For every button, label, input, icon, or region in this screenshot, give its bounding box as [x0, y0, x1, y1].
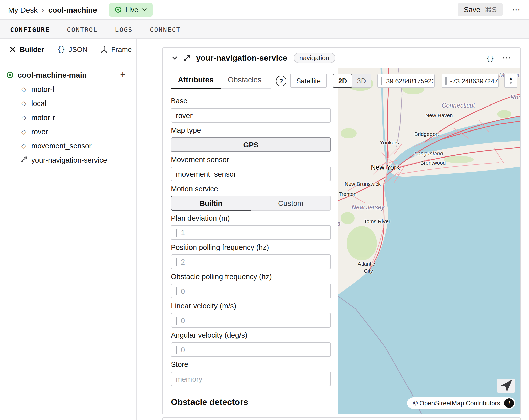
field-label: Map type	[171, 126, 331, 135]
map-label: Atlantic	[358, 260, 375, 267]
attribution-text[interactable]: © OpenStreetMap Contributors	[413, 400, 500, 407]
help-icon[interactable]: ?	[276, 76, 286, 86]
map-label: Toms River	[364, 218, 390, 224]
save-label: Save	[464, 6, 480, 14]
map-attribution: © OpenStreetMap Contributors i	[407, 397, 515, 409]
card-more-menu[interactable]: ⋯	[502, 52, 511, 63]
sidebar-item-local[interactable]: ◇ local	[0, 96, 136, 111]
add-component-button[interactable]: +	[120, 70, 125, 79]
component-icon: ◇	[19, 100, 28, 107]
field-label: Angular velocity (deg/s)	[171, 331, 331, 340]
chevron-down-icon	[142, 8, 147, 11]
view-json-icon[interactable]: {}	[486, 54, 494, 62]
map-2d-button[interactable]: 2D	[333, 74, 352, 88]
drag-handle[interactable]	[176, 346, 177, 354]
drag-handle[interactable]	[176, 258, 177, 266]
live-status-dropdown[interactable]: Live	[109, 3, 152, 16]
linear-velocity-input[interactable]: 0	[171, 313, 331, 328]
breadcrumb-separator: ›	[42, 5, 44, 14]
live-target-icon	[115, 6, 122, 13]
store-placeholder: memory	[176, 375, 202, 383]
navigation-map[interactable]: MassacRhodConnecticutNew HavenBridgeport…	[338, 68, 520, 414]
map-label: ia	[338, 220, 340, 227]
plan-deviation-input[interactable]: 1	[171, 225, 331, 240]
latitude-value: 39.62848175923	[386, 77, 435, 85]
map-label: Trenton	[339, 191, 357, 197]
sidebar-item-rover[interactable]: ◇ rover	[0, 125, 136, 139]
mode-json[interactable]: {} JSON	[57, 45, 87, 53]
builtin-option[interactable]: Builtin	[171, 196, 251, 211]
header-more-menu[interactable]: ⋯	[512, 4, 521, 15]
collapse-chevron-icon[interactable]	[172, 56, 177, 60]
field-label: Base	[171, 96, 331, 106]
tree-item-label: motor-l	[31, 85, 54, 93]
satellite-toggle-button[interactable]: Satellite	[290, 74, 327, 88]
linear-velocity-value: 0	[181, 316, 185, 324]
info-icon[interactable]: i	[504, 398, 514, 408]
sidebar-item-motor-l[interactable]: ◇ motor-l	[0, 82, 136, 96]
base-value: rover	[176, 111, 193, 119]
obstacle-polling-input[interactable]: 0	[171, 284, 331, 298]
store-input[interactable]: memory	[171, 372, 331, 386]
tab-logs[interactable]: LOGS	[115, 25, 133, 33]
field-store: Store memory	[171, 360, 331, 386]
attributes-form: Base rover Map type GPS Movement sensor …	[171, 96, 331, 407]
drag-handle[interactable]	[381, 77, 382, 85]
base-input[interactable]: rover	[171, 108, 331, 123]
tree-item-label: motor-r	[31, 114, 55, 122]
map-label: New Jersey	[352, 204, 385, 211]
drag-handle[interactable]	[445, 77, 447, 85]
longitude-value: -73.2486397247	[450, 77, 498, 85]
map-label: Bridgeport	[414, 131, 439, 137]
drag-handle[interactable]	[176, 228, 177, 237]
mode-frame[interactable]: Frame	[101, 45, 132, 53]
drag-handle[interactable]	[176, 287, 177, 295]
obstacle-detectors-heading: Obstacle detectors	[171, 397, 331, 407]
sidebar-item-movement-sensor[interactable]: ◇ movement_sensor	[0, 139, 136, 153]
sidebar-item-motor-r[interactable]: ◇ motor-r	[0, 111, 136, 125]
machine-tree: cool-machine-main + ◇ motor-l ◇ local ◇ …	[0, 60, 136, 167]
tab-attributes[interactable]: Attributes	[171, 73, 221, 89]
field-label: Store	[171, 360, 331, 369]
step-down-icon[interactable]: ▼	[509, 81, 513, 85]
save-button[interactable]: Save ⌘S	[458, 3, 503, 16]
tab-configure[interactable]: CONFIGURE	[10, 25, 50, 33]
mode-label: Frame	[111, 45, 132, 53]
tree-item-label: your-navigation-service	[31, 156, 107, 164]
drag-handle[interactable]	[176, 316, 177, 324]
navigation-service-icon	[183, 54, 191, 62]
tree-root-row[interactable]: cool-machine-main +	[0, 67, 136, 82]
angular-velocity-value: 0	[181, 346, 185, 354]
main-nav-tabs: CONFIGURE CONTROL LOGS CONNECT	[0, 20, 529, 39]
tree-item-label: local	[31, 99, 46, 108]
custom-option[interactable]: Custom	[251, 196, 331, 211]
field-angular-velocity: Angular velocity (deg/s) 0	[171, 331, 331, 357]
map-canvas	[338, 68, 520, 414]
breadcrumb-parent[interactable]: My Desk	[8, 5, 38, 14]
breadcrumb-current: cool-machine	[48, 5, 97, 14]
component-icon: ◇	[19, 128, 28, 135]
map-3d-button[interactable]: 3D	[352, 74, 371, 88]
sidebar-mode-tabs: Builder {} JSON Frame	[0, 39, 136, 60]
map-label: Rhod	[510, 94, 520, 101]
longitude-input[interactable]: -73.2486397247	[442, 74, 499, 88]
step-up-icon[interactable]: ▲	[508, 76, 513, 81]
app-header: My Desk › cool-machine Live Save ⌘S ⋯	[0, 0, 529, 20]
zoom-stepper[interactable]: ▲ ▼	[504, 74, 517, 88]
motion-service-toggle: Builtin Custom	[171, 196, 331, 211]
field-label: Plan deviation (m)	[171, 214, 331, 223]
next-card-partial	[162, 417, 521, 420]
movement-sensor-input[interactable]: movement_sensor	[171, 167, 331, 181]
position-polling-input[interactable]: 2	[171, 254, 331, 269]
sidebar-item-your-navigation-service[interactable]: your-navigation-service	[0, 153, 136, 167]
tab-obstacles[interactable]: Obstacles	[221, 73, 269, 88]
locate-button[interactable]	[497, 379, 515, 393]
angular-velocity-input[interactable]: 0	[171, 342, 331, 357]
position-polling-value: 2	[181, 258, 185, 266]
map-type-gps-button[interactable]: GPS	[171, 137, 331, 152]
mode-builder[interactable]: Builder	[9, 45, 44, 53]
tab-control[interactable]: CONTROL	[67, 25, 98, 33]
map-label: New Brunswick	[345, 181, 381, 187]
latitude-input[interactable]: 39.62848175923	[377, 74, 435, 88]
tab-connect[interactable]: CONNECT	[150, 25, 181, 33]
